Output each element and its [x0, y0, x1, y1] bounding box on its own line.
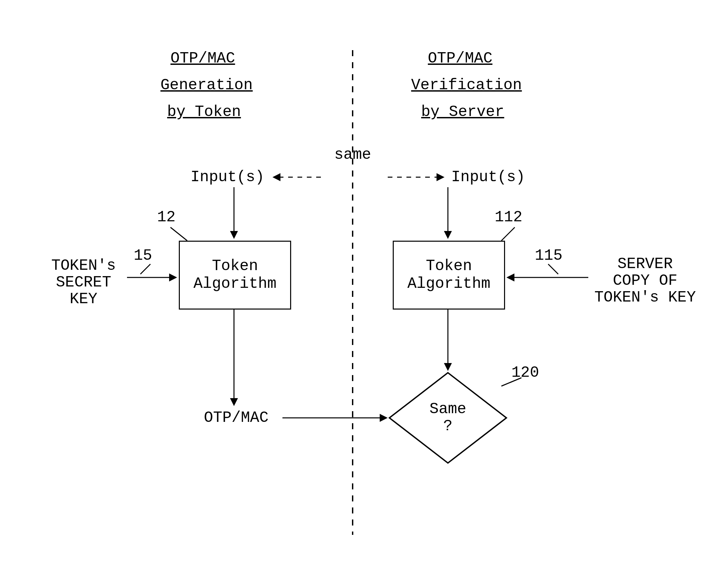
- label-otp-mac: OTP/MAC: [204, 409, 268, 427]
- label-same: same: [334, 146, 371, 163]
- box-right-line1: Token: [426, 257, 472, 275]
- box-left-line1: Token: [212, 257, 258, 275]
- ref-12: 12: [157, 209, 176, 226]
- box-token-algorithm-right: Token Algorithm: [393, 241, 505, 309]
- label-token-secret-l3: KEY: [37, 291, 130, 308]
- title-left-line1: OTP/MAC: [171, 50, 235, 67]
- diamond-text-l1: Same: [430, 401, 466, 418]
- svg-line-7: [501, 227, 515, 241]
- label-inputs-right: Input(s): [451, 169, 525, 186]
- svg-line-9: [140, 264, 150, 274]
- title-left-line2: Generation: [160, 77, 253, 94]
- diagram-canvas: OTP/MAC Generation by Token OTP/MAC Veri…: [0, 0, 728, 584]
- title-right-line2: Verification: [411, 77, 522, 94]
- diamond-text-l2: ?: [443, 418, 452, 435]
- box-right-line2: Algorithm: [408, 275, 490, 293]
- diamond-same: Same ?: [388, 371, 508, 465]
- label-token-secret-l2: SECRET: [37, 274, 130, 291]
- ref-120: 120: [512, 364, 539, 381]
- svg-line-6: [171, 227, 187, 241]
- title-right-line1: OTP/MAC: [428, 50, 492, 67]
- ref-112: 112: [495, 209, 522, 226]
- box-left-line2: Algorithm: [193, 275, 277, 293]
- box-token-algorithm-left: Token Algorithm: [179, 241, 291, 309]
- title-left-line3: by Token: [167, 104, 241, 121]
- title-right-line3: by Server: [421, 104, 504, 121]
- label-server-copy-l3: TOKEN's KEY: [592, 289, 699, 306]
- label-token-secret-l1: TOKEN's: [37, 257, 130, 275]
- label-server-copy-l1: SERVER: [592, 256, 699, 273]
- label-inputs-left: Input(s): [190, 169, 264, 186]
- ref-115: 115: [535, 247, 563, 264]
- label-server-copy-l2: COPY OF: [592, 273, 699, 289]
- ref-15: 15: [134, 247, 152, 264]
- svg-line-11: [548, 264, 558, 274]
